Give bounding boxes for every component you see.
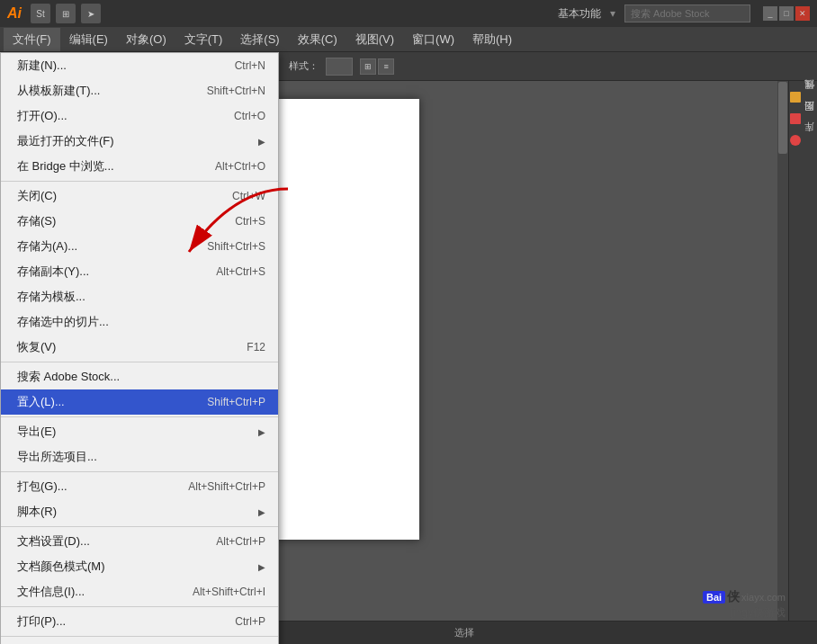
submenu-arrow-icon: ▶ (258, 507, 265, 517)
submenu-arrow-icon: ▶ (258, 427, 265, 437)
file-menu-item[interactable]: 退出(X)Ctrl+Q (1, 639, 278, 644)
menu-item-label: 新建(N)... (17, 58, 67, 74)
close-button[interactable]: ✕ (795, 6, 810, 21)
menu-item-label: 脚本(R) (17, 504, 57, 520)
library-icon (790, 135, 801, 146)
file-menu-item[interactable]: 存储(S)Ctrl+S (1, 209, 278, 234)
file-menu-item[interactable]: 文件信息(I)...Alt+Shift+Ctrl+I (1, 579, 278, 604)
menu-item-label: 导出所选项目... (17, 449, 97, 465)
file-menu-item[interactable]: 导出(E)▶ (1, 419, 278, 444)
menu-item-shortcut: Shift+Ctrl+P (207, 396, 265, 408)
file-menu-item[interactable]: 打开(O)...Ctrl+O (1, 103, 278, 129)
menu-effect[interactable]: 效果(C) (289, 28, 346, 51)
toolbar-icons: ⊞ ≡ (360, 58, 394, 75)
library-panel-tab[interactable]: 库 (788, 131, 817, 149)
menu-item-label: 搜索 Adobe Stock... (17, 369, 120, 385)
right-panels: 属性 图层 库 (788, 81, 817, 621)
menu-item-shortcut: Ctrl+S (235, 215, 265, 228)
menu-file[interactable]: 文件(F) (4, 28, 60, 51)
menu-separator (1, 606, 278, 607)
submenu-arrow-icon: ▶ (258, 137, 265, 147)
menu-item-shortcut: Ctrl+W (232, 190, 265, 202)
menu-bar: 文件(F) 编辑(E) 对象(O) 文字(T) 选择(S) 效果(C) 视图(V… (0, 27, 817, 52)
menu-item-shortcut: F12 (247, 341, 265, 353)
file-menu-item[interactable]: 在 Bridge 中浏览...Alt+Ctrl+O (1, 154, 278, 179)
file-menu-item[interactable]: 关闭(C)Ctrl+W (1, 183, 278, 209)
menu-separator (1, 181, 278, 182)
file-menu-item[interactable]: 存储为(A)...Shift+Ctrl+S (1, 234, 278, 259)
menu-separator (1, 471, 278, 472)
file-menu-item[interactable]: 打包(G)...Alt+Shift+Ctrl+P (1, 474, 278, 499)
layers-icon (790, 113, 801, 124)
menu-item-label: 打包(G)... (17, 479, 67, 495)
menu-item-label: 打开(O)... (17, 108, 67, 124)
menu-item-label: 打印(P)... (17, 613, 66, 630)
menu-window[interactable]: 窗口(W) (403, 28, 463, 51)
menu-item-shortcut: Alt+Shift+Ctrl+P (188, 480, 265, 493)
menu-item-label: 文档设置(D)... (17, 533, 90, 550)
menu-item-shortcut: Alt+Ctrl+P (216, 535, 265, 548)
stock-search-input[interactable] (624, 4, 750, 22)
menu-item-label: 在 Bridge 中浏览... (17, 158, 114, 174)
file-menu-item[interactable]: 从模板新建(T)...Shift+Ctrl+N (1, 78, 278, 103)
menu-item-label: 存储(S) (17, 213, 56, 229)
file-menu-item[interactable]: 搜索 Adobe Stock... (1, 364, 278, 389)
menu-edit[interactable]: 编辑(E) (60, 28, 117, 51)
menu-item-shortcut: Shift+Ctrl+S (207, 240, 265, 253)
menu-item-shortcut: Ctrl+N (235, 59, 265, 72)
menu-item-label: 存储为模板... (17, 289, 85, 305)
menu-item-shortcut: Alt+Shift+Ctrl+I (193, 586, 265, 598)
send-icon[interactable]: ➤ (81, 4, 101, 23)
menu-item-shortcut: Ctrl+P (235, 615, 265, 628)
vertical-scrollbar[interactable] (777, 81, 788, 621)
menu-item-shortcut: Ctrl+O (234, 110, 265, 122)
menu-type[interactable]: 文字(T) (175, 28, 232, 51)
file-menu-item[interactable]: 导出所选项目... (1, 444, 278, 470)
file-menu-item[interactable]: 存储选中的切片... (1, 309, 278, 335)
minimize-button[interactable]: _ (763, 6, 777, 21)
menu-item-label: 存储副本(Y)... (17, 264, 89, 280)
file-menu-item[interactable]: 置入(L)...Shift+Ctrl+P (1, 389, 278, 415)
file-menu-item[interactable]: 存储副本(Y)...Alt+Ctrl+S (1, 259, 278, 284)
maximize-button[interactable]: □ (779, 6, 794, 21)
submenu-arrow-icon: ▶ (258, 562, 265, 572)
menu-item-shortcut: Alt+Ctrl+O (215, 160, 265, 173)
menu-item-label: 存储选中的切片... (17, 314, 109, 330)
properties-icon (790, 92, 801, 103)
grid-icon[interactable]: ⊞ (360, 58, 376, 75)
file-menu-item[interactable]: 存储为模板... (1, 284, 278, 309)
ai-logo: Ai (7, 5, 22, 22)
menu-separator (1, 362, 278, 362)
st-icon[interactable]: St (31, 4, 50, 23)
file-menu-item[interactable]: 恢复(V)F12 (1, 335, 278, 360)
menu-item-shortcut: Alt+Ctrl+S (216, 265, 265, 278)
file-menu-item[interactable]: 文档设置(D)...Alt+Ctrl+P (1, 529, 278, 554)
file-menu-item[interactable]: 文档颜色模式(M)▶ (1, 554, 278, 579)
properties-panel-tab[interactable]: 属性 (788, 88, 817, 106)
file-menu-item[interactable]: 打印(P)...Ctrl+P (1, 609, 278, 634)
menu-item-label: 文件信息(I)... (17, 584, 85, 600)
menu-item-label: 导出(E) (17, 424, 56, 440)
menu-view[interactable]: 视图(V) (346, 28, 403, 51)
menu-item-label: 置入(L)... (17, 394, 65, 410)
menu-separator (1, 636, 278, 637)
file-menu-item[interactable]: 脚本(R)▶ (1, 499, 278, 524)
mode-label: 选择 (454, 626, 474, 640)
scrollbar-thumb[interactable] (778, 82, 787, 154)
menu-object[interactable]: 对象(O) (117, 28, 175, 51)
menu-help[interactable]: 帮助(H) (463, 28, 521, 51)
file-menu-item[interactable]: 最近打开的文件(F)▶ (1, 129, 278, 154)
layers-panel-tab[interactable]: 图层 (788, 110, 817, 128)
style-swatch[interactable] (326, 58, 353, 76)
align-icon[interactable]: ≡ (378, 58, 394, 75)
menu-select[interactable]: 选择(S) (231, 28, 288, 51)
menu-separator (1, 526, 278, 527)
menu-item-label: 恢复(V) (17, 339, 56, 355)
grid-view-icon[interactable]: ⊞ (56, 4, 76, 23)
menu-item-label: 存储为(A)... (17, 238, 77, 255)
file-menu-item[interactable]: 新建(N)...Ctrl+N (1, 53, 278, 78)
menu-item-label: 关闭(C) (17, 188, 57, 204)
menu-item-label: 文档颜色模式(M) (17, 559, 105, 575)
menu-item-shortcut: Shift+Ctrl+N (207, 85, 265, 97)
file-menu-dropdown: 新建(N)...Ctrl+N从模板新建(T)...Shift+Ctrl+N打开(… (0, 52, 279, 644)
